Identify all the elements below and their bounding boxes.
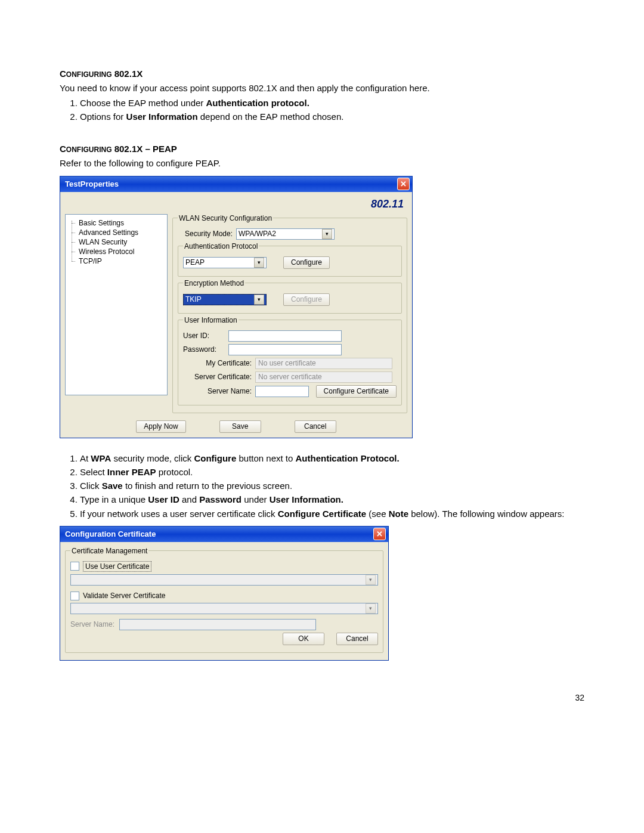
use-user-cert-checkbox[interactable] (70, 562, 79, 571)
enc-configure-button: Configure (283, 293, 330, 306)
cert-mgmt-legend: Certificate Management (70, 547, 148, 555)
titlebar[interactable]: Configuration Certificate ✕ (60, 527, 388, 542)
user-info-fieldset: User Information User ID: Password: My C… (178, 316, 402, 405)
mycert-value: No user certificate (255, 358, 392, 369)
userid-label: User ID: (183, 332, 228, 340)
auth-configure-button[interactable]: Configure (283, 256, 330, 269)
srvcert-label: Server Certificate: (183, 373, 255, 381)
configuration-certificate-window: Configuration Certificate ✕ Certificate … (60, 526, 389, 661)
auth-legend: Authentication Protocol (183, 242, 259, 250)
srvname-label: Server Name: (183, 387, 255, 395)
validate-server-cert-checkbox[interactable] (70, 592, 79, 600)
nav-tree[interactable]: Basic Settings Advanced Settings WLAN Se… (65, 214, 168, 395)
cancel-button[interactable]: Cancel (295, 420, 336, 433)
chevron-down-icon: ▾ (254, 258, 264, 268)
auth-protocol-fieldset: Authentication Protocol PEAP▾ Configure (178, 242, 402, 277)
encryption-select[interactable]: TKIP▾ (183, 294, 267, 305)
tree-item-advanced[interactable]: Advanced Settings (66, 228, 167, 237)
close-icon[interactable]: ✕ (373, 528, 386, 540)
peap-step1: At WPA security mode, click Configure bu… (80, 453, 584, 465)
chevron-down-icon: ▾ (254, 295, 264, 305)
save-button[interactable]: Save (219, 420, 261, 433)
server-name-label: Server Name: (70, 620, 119, 628)
step2: Options for User Information depend on t… (80, 111, 584, 123)
apply-now-button[interactable]: Apply Now (136, 420, 185, 433)
password-label: Password: (183, 345, 228, 354)
brand-label: 802.11 (65, 197, 407, 214)
page-number: 32 (60, 693, 584, 702)
peap-step5: If your network uses a user server certi… (80, 508, 584, 520)
use-user-cert-label: Use User Certificate (83, 561, 151, 572)
tree-item-wireless[interactable]: Wireless Protocol (66, 247, 167, 256)
password-input[interactable] (228, 344, 342, 355)
heading-8021x: CONFIGURING 802.1X (60, 68, 584, 80)
encryption-fieldset: Encryption Method TKIP▾ Configure (178, 279, 402, 314)
chevron-down-icon: ▾ (322, 229, 332, 239)
chevron-down-icon: ▾ (366, 575, 376, 585)
testproperties-window: TestProperties ✕ 802.11 Basic Settings A… (60, 176, 413, 438)
step1: Choose the EAP method under Authenticati… (80, 97, 584, 109)
mycert-label: My Certificate: (183, 359, 255, 367)
ok-button[interactable]: OK (283, 633, 324, 645)
cert-mgmt-fieldset: Certificate Management Use User Certific… (65, 547, 383, 653)
peap-step4: Type in a unique User ID and Password un… (80, 494, 584, 506)
enc-legend: Encryption Method (183, 279, 245, 287)
peap-step3: Click Save to finish and return to the p… (80, 480, 584, 492)
tree-item-basic[interactable]: Basic Settings (66, 218, 167, 228)
userid-input[interactable] (228, 330, 342, 342)
security-mode-label: Security Mode: (178, 230, 236, 238)
srvcert-value: No server certificate (255, 371, 392, 383)
window-title: TestProperties (65, 179, 119, 188)
user-legend: User Information (183, 316, 239, 324)
intro-peap: Refer to the following to configure PEAP… (60, 157, 584, 169)
srvname-input[interactable] (255, 386, 309, 397)
titlebar[interactable]: TestProperties ✕ (60, 176, 412, 192)
server-cert-select: ▾ (70, 603, 378, 614)
heading-peap: CONFIGURING 802.1X – PEAP (60, 143, 584, 155)
chevron-down-icon: ▾ (366, 603, 376, 614)
peap-step2: Select Inner PEAP protocol. (80, 466, 584, 478)
tree-item-tcpip[interactable]: TCP/IP (66, 256, 167, 266)
intro-8021x: You need to know if your access point su… (60, 82, 584, 94)
close-icon[interactable]: ✕ (397, 178, 410, 190)
server-name-input (119, 619, 316, 630)
auth-protocol-select[interactable]: PEAP▾ (183, 257, 267, 268)
security-mode-select[interactable]: WPA/WPA2▾ (236, 228, 335, 240)
wlan-security-fieldset: WLAN Security Configuration Security Mod… (172, 214, 407, 413)
cancel-button[interactable]: Cancel (336, 633, 378, 645)
tree-item-wlan[interactable]: WLAN Security (66, 237, 167, 247)
user-cert-select: ▾ (70, 574, 378, 586)
validate-server-cert-label: Validate Server Certificate (83, 592, 166, 600)
wlan-legend: WLAN Security Configuration (178, 214, 273, 222)
configure-certificate-button[interactable]: Configure Certificate (316, 385, 397, 398)
window-title: Configuration Certificate (65, 529, 156, 538)
